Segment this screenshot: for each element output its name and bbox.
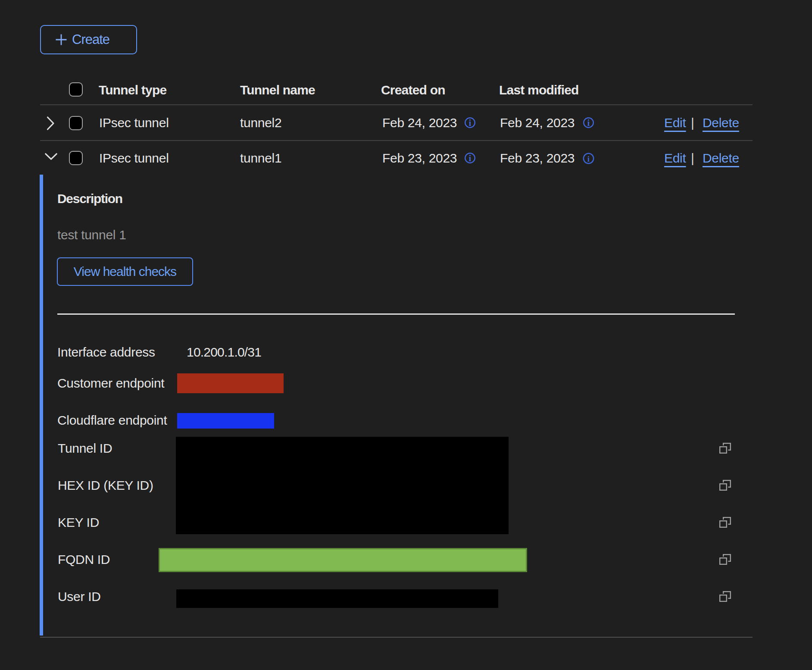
svg-text:i: i — [587, 118, 590, 128]
svg-text:i: i — [469, 153, 472, 163]
svg-text:i: i — [469, 118, 472, 128]
svg-text:i: i — [587, 154, 590, 163]
